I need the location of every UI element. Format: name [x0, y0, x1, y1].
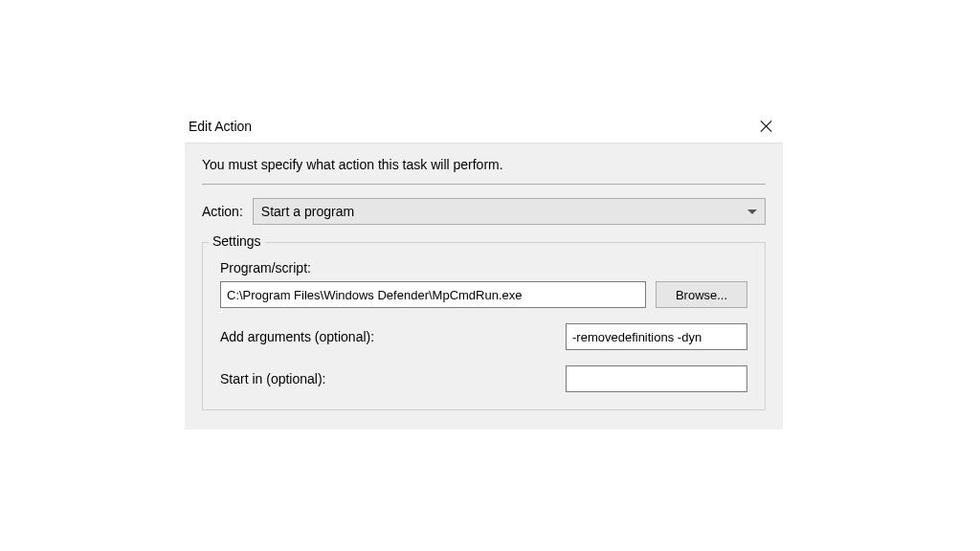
- action-select-value: Start a program: [261, 204, 354, 219]
- startin-row: Start in (optional):: [220, 365, 747, 392]
- arguments-input[interactable]: [566, 323, 747, 350]
- settings-fieldset: Settings Program/script: Browse... Add a…: [202, 242, 766, 410]
- divider: [202, 184, 766, 185]
- program-row: Browse...: [220, 281, 747, 308]
- close-icon[interactable]: [760, 120, 773, 133]
- settings-legend: Settings: [209, 233, 265, 249]
- arguments-row: Add arguments (optional):: [220, 323, 747, 350]
- browse-button[interactable]: Browse...: [656, 281, 747, 308]
- program-label: Program/script:: [220, 260, 747, 276]
- action-row: Action: Start a program: [202, 198, 766, 225]
- instruction-text: You must specify what action this task w…: [202, 157, 766, 172]
- action-label: Action:: [202, 204, 243, 219]
- startin-label: Start in (optional):: [220, 371, 326, 386]
- dialog-title: Edit Action: [189, 119, 252, 134]
- startin-input[interactable]: [566, 365, 747, 392]
- edit-action-dialog: Edit Action You must specify what action…: [185, 110, 783, 430]
- titlebar: Edit Action: [185, 110, 783, 143]
- action-select[interactable]: Start a program: [253, 198, 766, 225]
- program-input[interactable]: [220, 281, 646, 308]
- chevron-down-icon: [747, 209, 757, 214]
- arguments-label: Add arguments (optional):: [220, 329, 374, 344]
- dialog-body: You must specify what action this task w…: [185, 143, 783, 430]
